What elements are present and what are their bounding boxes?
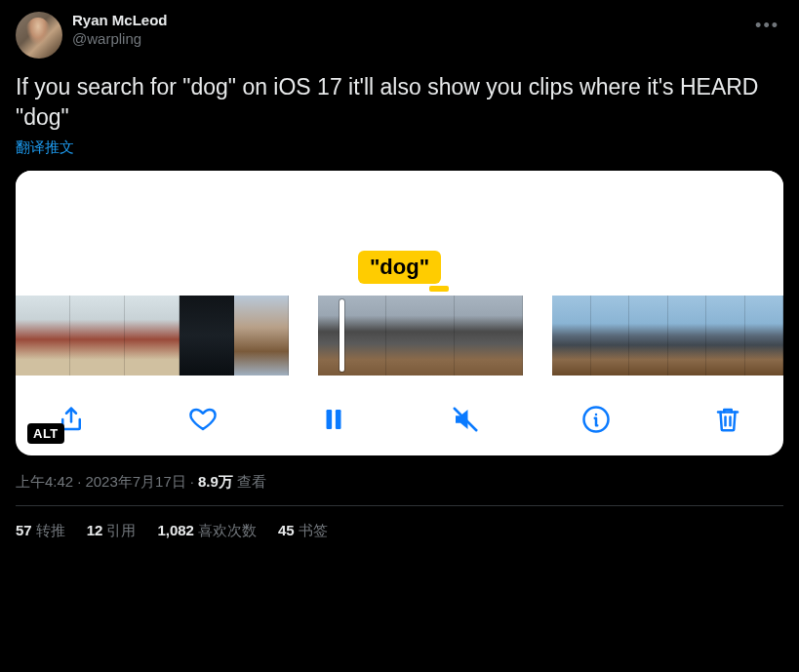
quotes-label: 引用 [106,522,136,538]
tweet-header: Ryan McLeod @warpling ••• [16,12,783,59]
scrub-marker [16,286,783,296]
clip-frame[interactable] [745,296,784,376]
retweets-label: 转推 [36,522,65,538]
tweet-stats: 57转推 12引用 1,082喜欢次数 45书签 [16,506,783,540]
video-timeline[interactable] [16,296,783,381]
bookmarks-count: 45 [278,522,295,538]
media-top-space [16,171,783,258]
clip-frame[interactable] [706,296,745,376]
heart-icon [188,405,218,434]
bookmarks-stat[interactable]: 45书签 [278,522,328,540]
avatar[interactable] [16,12,62,59]
clip-frame[interactable] [591,296,630,376]
clip-frame[interactable] [180,296,234,376]
info-button[interactable] [579,403,613,436]
clip-group[interactable] [318,296,523,376]
mute-button[interactable] [449,403,482,436]
tweet-time: 上午4:42 [16,473,73,490]
clip-group[interactable] [552,296,783,376]
clip-frame[interactable] [70,296,125,376]
ellipsis-icon: ••• [755,16,779,35]
alt-badge[interactable]: ALT [27,423,64,444]
views-count: 8.9万 [198,473,233,490]
likes-label: 喜欢次数 [198,522,257,538]
clip-frame[interactable] [552,296,591,376]
clip-frame[interactable] [318,296,386,376]
quotes-stat[interactable]: 12引用 [87,522,137,540]
translate-link[interactable]: 翻译推文 [16,138,74,157]
likes-count: 1,082 [157,522,194,538]
clip-frame[interactable] [125,296,180,376]
tweet-date: 2023年7月17日 [85,473,185,490]
clip-frame[interactable] [234,296,289,376]
user-block[interactable]: Ryan McLeod @warpling [72,12,168,49]
pause-icon [319,405,348,434]
search-term-badge: "dog" [358,251,441,284]
favorite-button[interactable] [186,403,220,436]
svg-rect-0 [327,410,333,429]
tweet-container: Ryan McLeod @warpling ••• If you search … [0,0,799,540]
tweet-meta[interactable]: 上午4:42·2023年7月17日·8.9万 查看 [16,473,783,492]
clip-frame[interactable] [455,296,523,376]
clip-frame[interactable] [386,296,455,376]
media-toolbar [16,381,783,442]
display-name: Ryan McLeod [72,12,168,30]
clip-frame[interactable] [668,296,707,376]
user-handle: @warpling [72,30,168,49]
playhead[interactable] [340,299,344,372]
bookmarks-label: 书签 [299,522,328,538]
clip-frame[interactable] [16,296,70,376]
clip-group[interactable] [16,296,289,376]
quotes-count: 12 [87,522,103,538]
speaker-muted-icon [451,405,480,434]
more-options-button[interactable]: ••• [751,12,783,40]
likes-stat[interactable]: 1,082喜欢次数 [157,522,257,540]
trash-icon [713,405,742,434]
media-card[interactable]: "dog" [16,171,783,455]
info-icon [581,405,611,434]
retweets-count: 57 [16,522,32,538]
search-term-badge-wrap: "dog" [16,251,783,284]
svg-rect-1 [336,410,341,429]
clip-frame[interactable] [629,296,668,376]
retweets-stat[interactable]: 57转推 [16,522,65,540]
delete-button[interactable] [711,403,744,436]
tweet-text: If you search for "dog" on iOS 17 it'll … [16,72,783,133]
views-label: 查看 [237,473,266,490]
pause-button[interactable] [317,403,350,436]
